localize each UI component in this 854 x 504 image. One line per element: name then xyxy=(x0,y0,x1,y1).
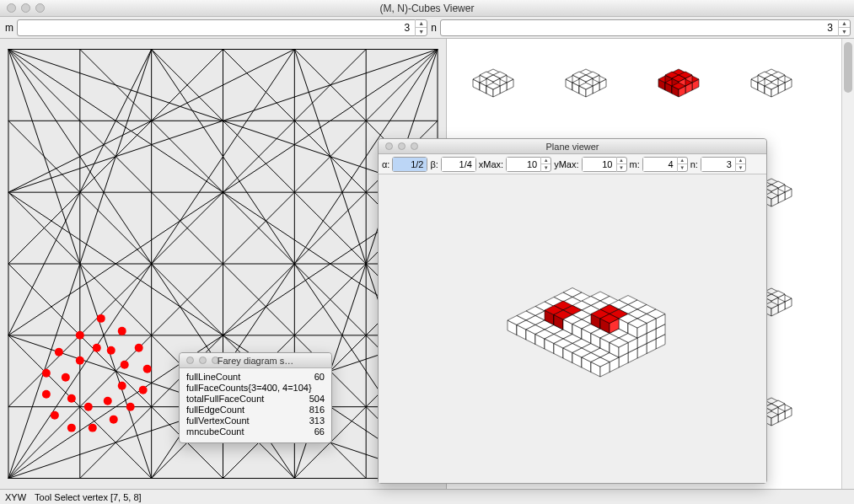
svg-point-66 xyxy=(121,361,129,369)
farey-stats-panel[interactable]: Farey diagram s… fullLineCount60fullFace… xyxy=(179,352,332,443)
farey-panel-title: Farey diagram s… xyxy=(180,356,331,366)
beta-input[interactable] xyxy=(441,157,476,172)
farey-stat-row: mncubeCount66 xyxy=(186,426,325,437)
plane-m-field[interactable] xyxy=(643,158,677,171)
svg-point-50 xyxy=(51,411,59,420)
right-scrollbar[interactable] xyxy=(841,39,854,489)
stat-key: fullLineCount xyxy=(186,372,240,383)
svg-point-57 xyxy=(135,344,143,352)
stat-val: 66 xyxy=(314,426,325,437)
cube-thumb[interactable] xyxy=(473,69,513,97)
minimize-icon[interactable] xyxy=(21,3,30,13)
status-bar: XYW Tool Select vertex [7, 5, 8] xyxy=(0,489,854,504)
ymax-field[interactable] xyxy=(583,158,616,171)
svg-point-58 xyxy=(118,327,126,335)
xmax-field[interactable] xyxy=(507,158,540,171)
plane-n-input[interactable]: ▲▼ xyxy=(701,157,746,172)
cube-thumb[interactable] xyxy=(658,69,699,97)
n-input-field[interactable] xyxy=(441,20,838,35)
window-controls xyxy=(0,3,45,13)
svg-point-48 xyxy=(42,369,51,378)
alpha-input[interactable] xyxy=(392,157,427,172)
plane-viewer-canvas[interactable] xyxy=(379,174,766,483)
beta-label: β: xyxy=(430,159,438,169)
ymax-input[interactable]: ▲▼ xyxy=(582,157,627,172)
svg-point-53 xyxy=(110,416,118,424)
svg-point-62 xyxy=(67,394,76,403)
m-stepper[interactable]: ▲▼ xyxy=(415,19,427,36)
farey-stat-row: fullEdgeCount816 xyxy=(186,405,325,416)
svg-point-56 xyxy=(143,365,152,373)
ymax-stepper[interactable]: ▲▼ xyxy=(616,157,626,172)
farey-stat-row: fullFaceCounts{3=400, 4=104} xyxy=(186,383,325,394)
stat-val: 313 xyxy=(309,416,325,426)
plane-panel-title: Plane viewer xyxy=(379,142,766,152)
stat-key: fullEdgeCount xyxy=(186,405,244,416)
plane-m-label: m: xyxy=(630,159,640,169)
plane-viewer-panel[interactable]: Plane viewer α: β: xMax: ▲▼ yMax: ▲▼ m: … xyxy=(378,138,767,484)
xmax-label: xMax: xyxy=(479,159,503,169)
svg-point-65 xyxy=(118,382,126,390)
svg-point-45 xyxy=(76,331,84,340)
xmax-input[interactable]: ▲▼ xyxy=(506,157,551,172)
svg-point-46 xyxy=(97,314,105,323)
xmax-stepper[interactable]: ▲▼ xyxy=(540,157,551,172)
plane-toolbar: α: β: xMax: ▲▼ yMax: ▲▼ m: ▲▼ n: ▲▼ xyxy=(379,154,766,174)
svg-point-52 xyxy=(89,424,97,432)
farey-stat-row: fullLineCount60 xyxy=(186,372,325,383)
cube-thumb[interactable] xyxy=(566,69,606,97)
svg-point-51 xyxy=(67,424,76,432)
status-left: XYW xyxy=(5,492,26,502)
stat-val: 816 xyxy=(309,405,325,416)
svg-point-59 xyxy=(76,357,84,365)
svg-point-64 xyxy=(104,397,112,405)
farey-stats-list: fullLineCount60fullFaceCounts{3=400, 4=1… xyxy=(180,368,331,442)
main-titlebar: (M, N)-Cubes Viewer xyxy=(0,0,854,17)
plane-m-input[interactable]: ▲▼ xyxy=(642,157,688,172)
svg-point-67 xyxy=(107,346,115,355)
stat-key: mncubeCount xyxy=(186,426,244,437)
plane-n-label: n: xyxy=(690,159,698,169)
m-label: m xyxy=(3,22,15,34)
svg-point-55 xyxy=(139,386,148,394)
stat-key: totalFullFaceCount xyxy=(186,394,264,405)
main-title: (M, N)-Cubes Viewer xyxy=(0,3,854,14)
svg-point-61 xyxy=(62,373,70,382)
status-right: Tool Select vertex [7, 5, 8] xyxy=(35,492,142,502)
alpha-field[interactable] xyxy=(393,158,427,171)
stat-val: 60 xyxy=(314,372,325,383)
plane-panel-titlebar[interactable]: Plane viewer xyxy=(379,139,766,154)
stat-key: fullVertexCount xyxy=(186,416,250,426)
n-label: n xyxy=(429,22,438,34)
n-input[interactable]: ▲▼ xyxy=(440,19,851,36)
beta-field[interactable] xyxy=(442,158,475,171)
stat-key: fullFaceCounts{3=400, 4=104} xyxy=(186,383,312,394)
zoom-icon[interactable] xyxy=(35,3,45,13)
n-stepper[interactable]: ▲▼ xyxy=(838,19,850,36)
farey-panel-titlebar[interactable]: Farey diagram s… xyxy=(180,353,331,368)
farey-stat-row: fullVertexCount313 xyxy=(186,416,325,426)
svg-point-60 xyxy=(93,344,101,352)
m-input-field[interactable] xyxy=(18,20,415,35)
svg-point-63 xyxy=(84,403,93,411)
m-input[interactable]: ▲▼ xyxy=(17,19,427,36)
close-icon[interactable] xyxy=(7,3,16,13)
plane-n-stepper[interactable]: ▲▼ xyxy=(735,157,745,172)
ymax-label: yMax: xyxy=(554,159,578,169)
scroll-thumb[interactable] xyxy=(844,42,852,93)
main-toolbar: m ▲▼ n ▲▼ xyxy=(0,17,854,39)
svg-point-49 xyxy=(42,390,51,399)
stat-val: 504 xyxy=(309,394,325,405)
alpha-label: α: xyxy=(382,159,389,169)
cube-thumb[interactable] xyxy=(751,69,792,97)
farey-stat-row: totalFullFaceCount504 xyxy=(186,394,325,405)
svg-point-47 xyxy=(55,348,63,357)
plane-n-field[interactable] xyxy=(701,158,735,171)
svg-point-54 xyxy=(126,403,135,411)
plane-m-stepper[interactable]: ▲▼ xyxy=(677,157,687,172)
